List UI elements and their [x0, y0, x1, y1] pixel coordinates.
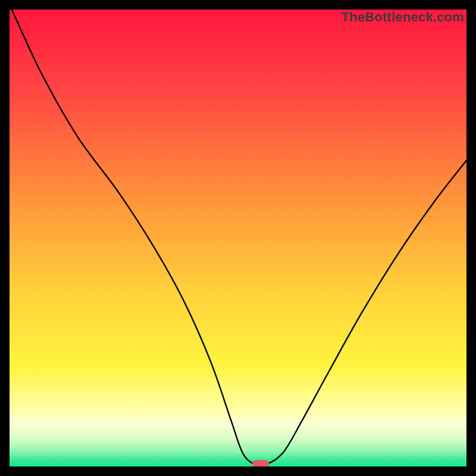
chart-frame: TheBottleneck.com [0, 0, 476, 476]
bottleneck-chart [10, 10, 466, 466]
optimal-marker [252, 460, 269, 466]
plot-area: TheBottleneck.com [10, 10, 466, 466]
gradient-background [10, 10, 466, 466]
